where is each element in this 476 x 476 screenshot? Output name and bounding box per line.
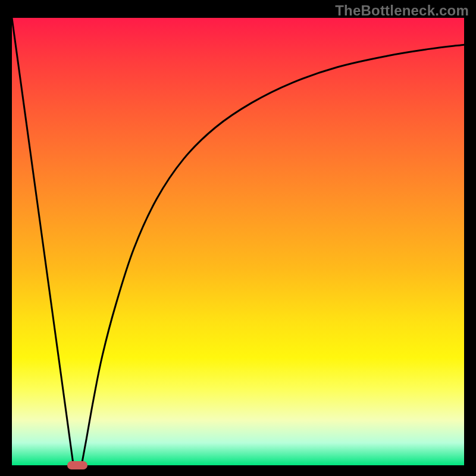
- optimal-marker: [67, 461, 87, 469]
- plot-area: [12, 18, 464, 465]
- watermark-text: TheBottleneck.com: [335, 2, 469, 19]
- left-branch-curve: [12, 18, 73, 465]
- right-branch-curve: [82, 45, 464, 465]
- chart-frame: TheBottleneck.com: [0, 0, 476, 476]
- curves-layer: [12, 18, 464, 465]
